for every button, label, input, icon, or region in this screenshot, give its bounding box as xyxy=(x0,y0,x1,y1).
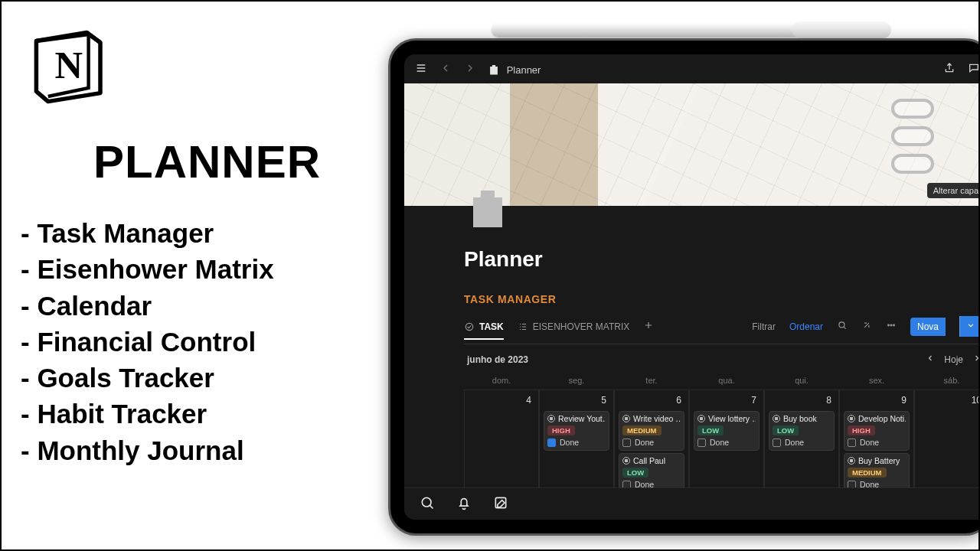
prev-month-icon[interactable] xyxy=(926,354,935,365)
task-card[interactable]: View lottery …LOWDone xyxy=(694,411,760,451)
done-checkbox[interactable] xyxy=(547,439,556,447)
topbar: Planner xyxy=(404,54,980,83)
calendar-monthbar: junho de 2023 Hoje xyxy=(464,344,980,373)
task-title: Develop Noti… xyxy=(858,414,906,423)
done-label: Done xyxy=(560,438,579,447)
dow-label: ter. xyxy=(614,373,689,390)
priority-tag: MEDIUM xyxy=(848,468,887,478)
tab-task[interactable]: TASK xyxy=(464,321,504,332)
done-checkbox[interactable] xyxy=(697,439,706,447)
svg-point-3 xyxy=(888,324,890,326)
day-number: 5 xyxy=(542,393,611,409)
feature-item: Eisenhower Matrix xyxy=(21,251,373,287)
dow-label: sex. xyxy=(839,373,914,390)
done-checkbox[interactable] xyxy=(622,439,631,447)
task-card[interactable]: Write video …MEDIUMDone xyxy=(619,411,684,451)
add-view-icon[interactable] xyxy=(643,320,654,333)
new-button[interactable]: Nova xyxy=(910,318,946,336)
task-title: Review Yout… xyxy=(558,414,606,423)
next-month-icon[interactable] xyxy=(972,354,980,365)
breadcrumb-label: Planner xyxy=(507,64,541,76)
page-title[interactable]: Planner xyxy=(464,247,980,272)
task-title: Buy book xyxy=(783,414,817,423)
svg-text:N: N xyxy=(55,44,83,86)
filter-button[interactable]: Filtrar xyxy=(752,321,776,332)
view-tabs: TASK EISENHOVER MATRIX Filtrar Ordenar N… xyxy=(464,316,980,344)
search-icon[interactable] xyxy=(420,495,435,514)
forward-icon[interactable] xyxy=(464,62,476,77)
hamburger-icon[interactable] xyxy=(415,62,427,77)
month-label: junho de 2023 xyxy=(467,354,528,365)
task-title: Buy Battery xyxy=(858,456,900,465)
task-card[interactable]: Buy bookLOWDone xyxy=(769,411,835,451)
share-icon[interactable] xyxy=(943,62,956,77)
task-status-icon xyxy=(848,415,855,422)
expand-icon[interactable] xyxy=(861,320,872,333)
feature-item: Financial Control xyxy=(21,324,373,360)
done-label: Done xyxy=(710,438,729,447)
page-body: Planner TASK MANAGER TASK EISENHOVER MAT… xyxy=(404,206,980,512)
priority-tag: HIGH xyxy=(848,425,875,435)
notifications-icon[interactable] xyxy=(456,495,472,514)
stylus-icon xyxy=(492,23,890,37)
back-icon[interactable] xyxy=(439,62,452,77)
new-button-caret[interactable] xyxy=(959,316,980,337)
svg-point-4 xyxy=(890,324,892,326)
tablet-frame: Planner Alterar capa Planner TASK MANAGE… xyxy=(388,38,980,536)
task-status-icon xyxy=(773,415,780,422)
promo-title: PLANNER xyxy=(93,135,373,188)
new-page-icon[interactable] xyxy=(493,495,508,514)
promo-panel: N PLANNER Task Manager Eisenhower Matrix… xyxy=(2,2,388,549)
change-cover-button[interactable]: Alterar capa xyxy=(927,183,980,198)
page-mini-icon xyxy=(488,64,499,75)
done-label: Done xyxy=(635,438,654,447)
day-number: 4 xyxy=(467,393,536,409)
search-icon[interactable] xyxy=(837,320,848,333)
task-title: View lottery … xyxy=(708,414,756,423)
day-number: 8 xyxy=(767,393,836,409)
day-number: 10 xyxy=(917,393,980,409)
priority-tag: LOW xyxy=(773,425,799,435)
day-number: 9 xyxy=(842,393,911,409)
today-button[interactable]: Hoje xyxy=(944,354,963,365)
svg-point-5 xyxy=(893,324,895,326)
breadcrumb[interactable]: Planner xyxy=(488,63,541,76)
dow-label: dom. xyxy=(464,373,539,390)
task-card[interactable]: Review Yout…HIGHDone xyxy=(544,411,609,451)
done-label: Done xyxy=(785,438,804,447)
day-number: 7 xyxy=(692,393,761,409)
comments-icon[interactable] xyxy=(968,62,980,77)
feature-item: Task Manager xyxy=(21,215,373,251)
done-checkbox[interactable] xyxy=(773,439,781,447)
task-status-icon xyxy=(547,415,555,422)
day-number: 6 xyxy=(617,393,686,409)
feature-list: Task Manager Eisenhower Matrix Calendar … xyxy=(21,215,373,468)
priority-tag: LOW xyxy=(622,468,648,478)
check-badge-icon xyxy=(464,321,475,332)
priority-tag: MEDIUM xyxy=(622,425,662,435)
task-card[interactable]: Develop Noti…HIGHDone xyxy=(844,411,910,451)
tab-eisenhower[interactable]: EISENHOVER MATRIX xyxy=(518,321,629,332)
section-heading: TASK MANAGER xyxy=(464,293,980,305)
priority-tag: LOW xyxy=(697,425,724,435)
dow-label: seg. xyxy=(539,373,614,390)
task-status-icon xyxy=(697,415,705,422)
feature-item: Goals Tracker xyxy=(21,360,373,396)
dow-label: qua. xyxy=(689,373,764,390)
task-title: Write video … xyxy=(633,414,681,423)
feature-item: Monthly Journal xyxy=(21,432,373,468)
task-title: Call Paul xyxy=(633,456,665,465)
cover-image[interactable]: Alterar capa xyxy=(404,83,980,206)
tab-label: EISENHOVER MATRIX xyxy=(533,321,629,332)
more-icon[interactable] xyxy=(886,320,897,333)
list-icon xyxy=(518,321,528,332)
task-status-icon xyxy=(622,457,630,465)
notion-logo-icon: N xyxy=(24,21,109,105)
feature-item: Calendar xyxy=(21,288,373,324)
svg-point-2 xyxy=(839,322,844,328)
sort-button[interactable]: Ordenar xyxy=(789,321,823,332)
svg-point-6 xyxy=(422,497,431,507)
task-status-icon xyxy=(848,457,855,465)
done-checkbox[interactable] xyxy=(848,439,856,447)
dow-label: qui. xyxy=(764,373,839,390)
